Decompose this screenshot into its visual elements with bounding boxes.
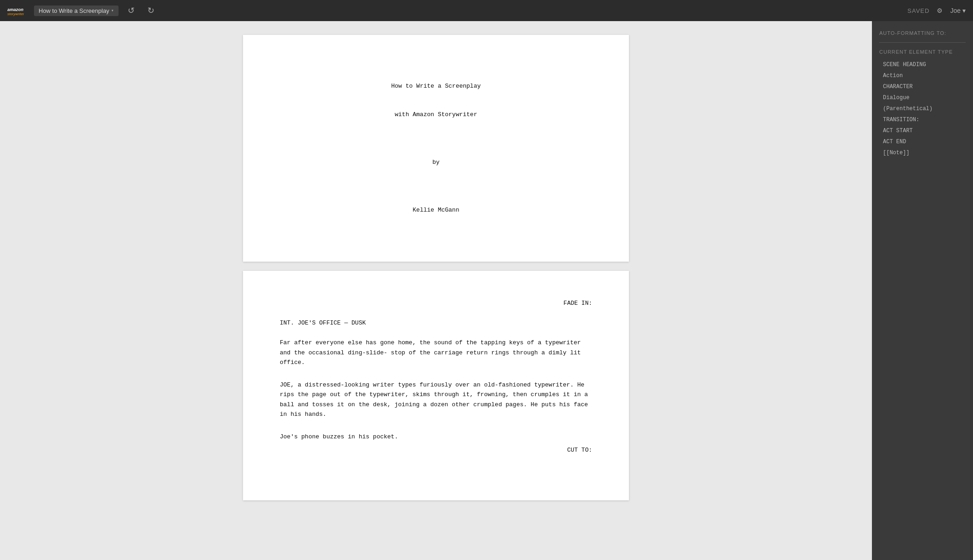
content-area: How to Write a Screenplay with Amazon St… xyxy=(0,21,872,560)
doc-title: How to Write a Screenplay xyxy=(39,7,109,14)
undo-button[interactable]: ↺ xyxy=(124,5,138,17)
sidebar-element-act-end[interactable]: ACT END xyxy=(879,136,966,147)
sidebar-element-scene-heading[interactable]: SCENE HEADING xyxy=(879,59,966,70)
title-page[interactable]: How to Write a Screenplay with Amazon St… xyxy=(243,35,629,262)
sidebar-element-dialogue[interactable]: Dialogue xyxy=(879,92,966,103)
sidebar-element-parenthetical[interactable]: (Parenthetical) xyxy=(879,103,966,114)
script-page[interactable]: FADE IN: INT. JOE'S office — DUSK Far af… xyxy=(243,271,629,500)
current-element-label: CURRENT ELEMENT TYPE xyxy=(879,49,966,55)
logo-area: amazon storywriter xyxy=(7,5,25,16)
topbar-right: SAVED ⚙ Joe ▾ xyxy=(907,7,966,14)
redo-button[interactable]: ↻ xyxy=(144,5,158,17)
sidebar-divider-1 xyxy=(879,42,966,43)
by-label: by xyxy=(391,158,481,168)
sidebar-element-act-start[interactable]: ACT START xyxy=(879,125,966,136)
saved-status: SAVED xyxy=(907,7,929,14)
settings-button[interactable]: ⚙ xyxy=(937,7,943,14)
cut-to-line: CUT TO: xyxy=(280,445,592,455)
amazon-logo-icon: amazon storywriter xyxy=(7,5,24,16)
svg-text:amazon: amazon xyxy=(7,7,23,12)
user-menu-button[interactable]: Joe ▾ xyxy=(950,7,966,14)
fade-in-line: FADE IN: xyxy=(280,298,592,308)
doc-title-area[interactable]: How to Write a Screenplay ▾ xyxy=(34,6,119,16)
author-name: Kellie McGann xyxy=(391,206,481,215)
auto-formatting-label: AUTO-FORMATTING TO: xyxy=(879,30,966,36)
doc-title-chevron-icon: ▾ xyxy=(111,8,114,13)
sidebar-element-character[interactable]: CHARACTER xyxy=(879,81,966,92)
action-line-3: Joe's phone buzzes in his pocket. xyxy=(280,432,592,442)
action-line-2: JOE, a distressed-looking writer types f… xyxy=(280,380,592,420)
main-layout: How to Write a Screenplay with Amazon St… xyxy=(0,21,973,560)
title-text: How to Write a Screenplay with Amazon St… xyxy=(391,62,481,234)
element-type-list: SCENE HEADINGActionCHARACTERDialogue(Par… xyxy=(879,59,966,158)
sidebar-element-action[interactable]: Action xyxy=(879,70,966,81)
user-name-label: Joe xyxy=(950,7,961,14)
svg-text:storywriter: storywriter xyxy=(7,12,24,16)
topbar: amazon storywriter How to Write a Screen… xyxy=(0,0,973,21)
script-content: FADE IN: INT. JOE'S office — DUSK Far af… xyxy=(280,298,592,455)
right-sidebar: AUTO-FORMATTING TO: CURRENT ELEMENT TYPE… xyxy=(872,21,973,560)
action-line-1: Far after everyone else has gone home, t… xyxy=(280,338,592,367)
sidebar-element-note[interactable]: [[Note]] xyxy=(879,147,966,158)
title-line2: with Amazon Storywriter xyxy=(391,110,481,120)
user-chevron-icon: ▾ xyxy=(962,7,966,14)
gear-icon: ⚙ xyxy=(937,7,943,14)
sidebar-element-transition[interactable]: TRANSITION: xyxy=(879,114,966,125)
title-line1: How to Write a Screenplay xyxy=(391,82,481,91)
scene-heading-line: INT. JOE'S office — DUSK xyxy=(280,318,592,328)
